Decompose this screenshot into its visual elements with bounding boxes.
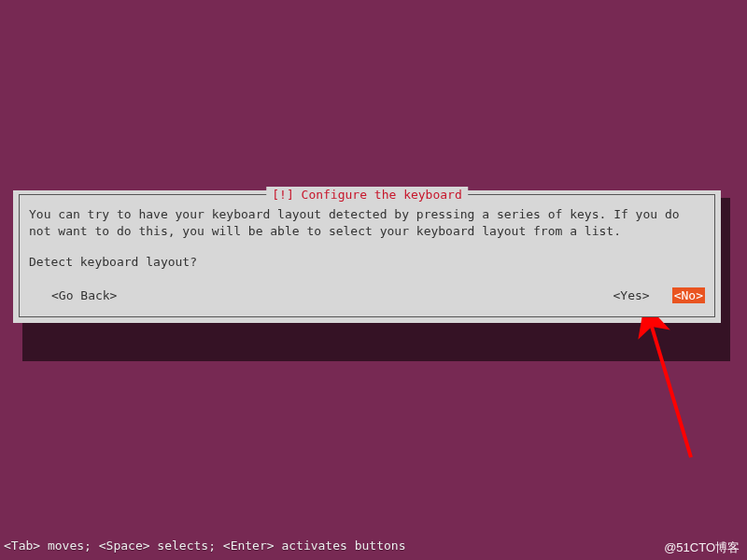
hint-bar: <Tab> moves; <Space> selects; <Enter> ac… bbox=[4, 538, 405, 554]
yes-button[interactable]: <Yes> bbox=[613, 287, 650, 304]
go-back-button[interactable]: <Go Back> bbox=[51, 287, 117, 304]
dialog-title: [!] Configure the keyboard bbox=[266, 187, 468, 203]
dialog: [!] Configure the keyboard You can try t… bbox=[13, 190, 721, 323]
button-row: <Go Back> <Yes> <No> bbox=[29, 287, 705, 304]
dialog-body-text: You can try to have your keyboard layout… bbox=[29, 206, 705, 239]
dialog-prompt: Detect keyboard layout? bbox=[29, 254, 705, 271]
watermark: @51CTO博客 bbox=[664, 539, 740, 556]
dialog-frame: [!] Configure the keyboard You can try t… bbox=[19, 194, 715, 317]
no-button[interactable]: <No> bbox=[672, 287, 705, 304]
